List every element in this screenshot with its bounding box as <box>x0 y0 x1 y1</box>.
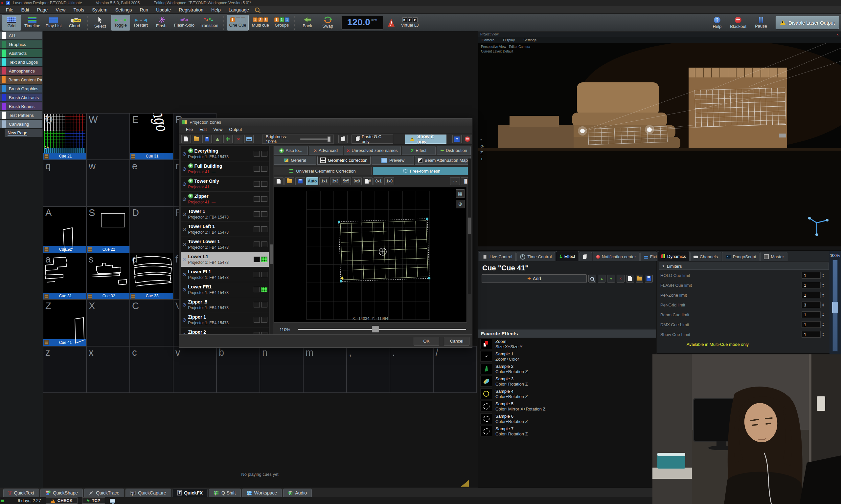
spinner-arrows[interactable]: ▲▼ <box>822 312 824 317</box>
cue-cell[interactable]: x <box>86 346 130 393</box>
zone-row[interactable]: ⊘ + Lower FR1 Projector 1: FB4 15473 <box>181 282 269 297</box>
cue-cell[interactable]: s <box>86 253 130 300</box>
mesh-3x3-button[interactable]: 3x3 <box>330 177 340 185</box>
mesh-canvas-scrollbar[interactable] <box>468 159 471 294</box>
favorite-effect-item[interactable]: Sample 7 Color+Rotation Z <box>478 425 656 437</box>
zone-checkbox[interactable] <box>254 196 260 202</box>
zone-settings-tab[interactable]: General <box>274 156 316 165</box>
sidebar-category[interactable]: Canvasing <box>0 120 43 128</box>
sidebar-category[interactable]: Atmospherics <box>0 67 43 75</box>
sidebar-category[interactable]: Brush Graphics <box>0 84 43 93</box>
mesh-save-button[interactable] <box>295 177 305 185</box>
favorite-effect-item[interactable]: Sample 4 Color+Rotation Z <box>478 388 656 400</box>
zone-row[interactable]: ⊘ + Zipper 1 Projector 1: FB4 15473 <box>181 312 269 327</box>
quick-tool-tab[interactable]: T QuickCapture <box>125 489 171 497</box>
sidebar-category[interactable]: Abstracts <box>0 49 43 57</box>
zone-row[interactable]: ⊘ + Lower L1 Projector 1: FB4 15473 <box>181 252 269 267</box>
cue-cell[interactable]: Z Σ Cue 41 <box>43 300 86 346</box>
zone-grid-toggle[interactable] <box>261 166 268 172</box>
groups-button[interactable]: 111 Groups <box>272 15 291 31</box>
favorite-effect-item[interactable]: Sample 3 Color+Rotation Z <box>478 375 656 388</box>
grid-mode-button[interactable]: Grid <box>2 15 21 31</box>
save-zones-button[interactable] <box>202 135 211 143</box>
dialog-blackout-button[interactable] <box>463 135 472 143</box>
spinner-arrows[interactable]: ▲▼ <box>822 283 824 287</box>
zone-grid-toggle[interactable] <box>261 302 268 307</box>
ok-button[interactable]: OK <box>414 337 439 345</box>
search-effect-button[interactable] <box>588 275 596 283</box>
restart-button[interactable]: ▶↔◀ Restart <box>132 15 151 31</box>
zone-grid-toggle[interactable] <box>261 257 268 262</box>
universal-geometric-correction-button[interactable]: Universal Geometric Correction <box>274 167 372 175</box>
dialog-help-button[interactable]: ? <box>452 135 462 143</box>
cue-cell[interactable]: c <box>130 346 173 393</box>
quick-tool-tab[interactable]: T Workspace <box>242 489 282 497</box>
zone-checkbox[interactable] <box>254 211 260 217</box>
help-button[interactable]: ?Help <box>713 17 722 29</box>
zone-grid-toggle[interactable] <box>261 287 268 292</box>
favorite-effect-item[interactable]: Sample 2 Color+Rotation Z <box>478 363 656 375</box>
tcp-status-button[interactable]: ϟ TCP <box>82 498 105 504</box>
limiter-spinbox[interactable]: 1 ▲▼ <box>802 331 824 338</box>
disable-laser-output-button[interactable]: Disable Laser Output <box>776 16 839 29</box>
open-zones-button[interactable] <box>192 135 201 143</box>
preview-3d-scene[interactable] <box>478 43 841 247</box>
zone-grid-toggle[interactable] <box>261 272 268 277</box>
cue-cell[interactable]: n <box>260 346 303 393</box>
timeline-mode-button[interactable]: Timeline <box>22 15 42 31</box>
upload-zones-button[interactable] <box>213 135 222 143</box>
zone-row[interactable]: ⊘ + Everything Projector 1: FB4 15473 <box>181 146 269 161</box>
spinner-arrows[interactable]: ▲▼ <box>822 332 824 337</box>
effect-panel-tab[interactable]: Notification center <box>593 252 640 261</box>
effect-panel-tab[interactable] <box>580 252 592 261</box>
zone-row[interactable]: ⊘ + Tower 1 Projector 1: FB4 15473 <box>181 207 269 222</box>
zone-checkbox[interactable] <box>254 241 260 247</box>
cue-cell[interactable]: A Cue 21 <box>43 206 86 253</box>
cue-cell[interactable]: E ◎◎ Pango Cue 31 <box>130 113 173 160</box>
menu-item[interactable]: File <box>2 6 17 13</box>
cue-cell[interactable]: a <box>43 253 86 300</box>
spinner-arrows[interactable]: ▲▼ <box>822 322 824 327</box>
cue-cell[interactable]: D <box>130 206 173 253</box>
mesh-grid-view-button[interactable]: ▦ <box>456 189 464 198</box>
scrollbar-thumb[interactable] <box>270 245 273 264</box>
mesh-new-button[interactable] <box>274 177 284 185</box>
cue-cell[interactable]: q <box>43 160 86 206</box>
preview-menu-item[interactable]: Camera <box>482 38 494 42</box>
select-tool-button[interactable]: Select <box>91 15 110 31</box>
mesh-1x0-button[interactable]: 1x0 <box>384 177 394 185</box>
flash-button[interactable]: Flash <box>152 15 171 31</box>
one-cue-button[interactable]: 1 One Cue <box>227 15 249 31</box>
zone-checkbox[interactable] <box>254 257 260 262</box>
add-zone-button[interactable] <box>223 135 233 143</box>
limiter-spinbox[interactable]: 1 ▲▼ <box>802 272 824 278</box>
zone-settings-tab[interactable]: Beam Attenuation Map <box>415 156 471 165</box>
zone-option-tab[interactable]: Distribution <box>436 146 471 155</box>
zone-grid-toggle[interactable] <box>261 181 268 187</box>
move-down-button[interactable]: ▼ <box>607 275 615 283</box>
menu-item[interactable]: Page <box>33 6 52 13</box>
sidebar-category[interactable]: Text and Logos <box>0 58 43 66</box>
spinner-arrows[interactable]: ▲▼ <box>822 273 824 277</box>
metronome-icon[interactable] <box>388 19 395 26</box>
limiters-section-header[interactable]: Limiters <box>659 263 829 270</box>
delete-zone-button[interactable]: × <box>234 135 243 143</box>
quick-tool-tab[interactable]: T Q-Shift <box>209 489 241 497</box>
zone-checkbox[interactable] <box>254 317 260 323</box>
quick-tool-tab[interactable]: T QuickShape <box>40 489 83 497</box>
effect-panel-tab[interactable]: Live Control <box>479 252 516 261</box>
dynamics-panel-tab[interactable]: Channels <box>690 252 721 261</box>
dynamics-panel-tab[interactable]: PangoScript <box>722 252 759 261</box>
zone-checkbox[interactable] <box>254 181 260 187</box>
mesh-custom-button[interactable]: # <box>363 177 373 185</box>
zone-checkbox[interactable] <box>254 227 260 232</box>
back-button[interactable]: Back <box>298 15 317 31</box>
cue-cell[interactable]: . <box>390 346 433 393</box>
cue-cell[interactable]: w <box>86 160 130 206</box>
cue-cell[interactable]: z <box>43 346 86 393</box>
zone-grid-toggle[interactable] <box>261 211 268 217</box>
preview-menu-item[interactable]: Display <box>503 38 515 42</box>
zone-grid-toggle[interactable] <box>261 151 268 157</box>
cue-cell[interactable]: / <box>433 346 477 393</box>
cue-cell[interactable]: X Σ <box>86 300 130 346</box>
